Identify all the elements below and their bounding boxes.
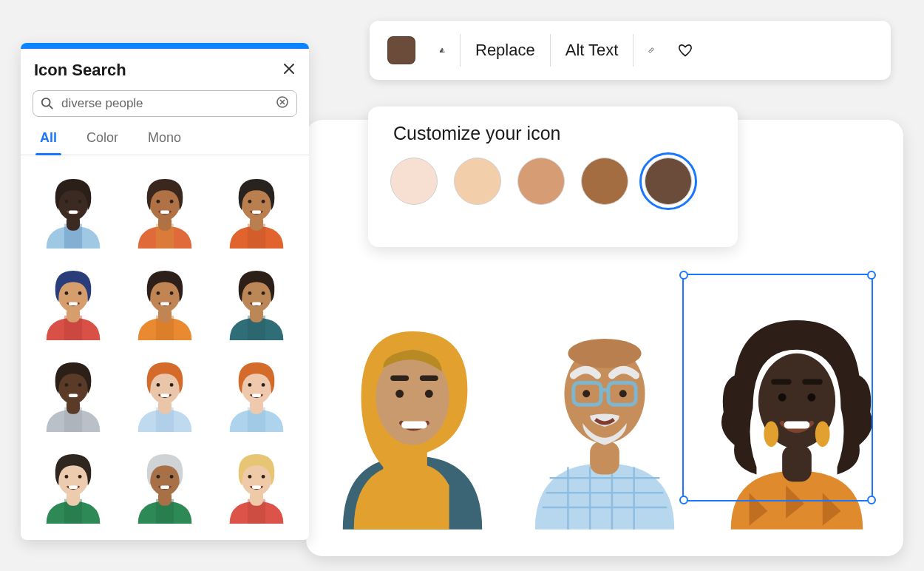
- separator-icon: [633, 34, 633, 67]
- svg-rect-57: [69, 303, 78, 306]
- svg-rect-97: [252, 486, 261, 490]
- tab-color[interactable]: Color: [84, 124, 121, 155]
- selection-handle-br[interactable]: [867, 496, 876, 504]
- svg-point-70: [64, 383, 68, 387]
- close-button[interactable]: [282, 62, 296, 78]
- woman-with-hijab-blue-icon: [34, 170, 112, 249]
- panel-accent-bar: [21, 43, 309, 49]
- svg-rect-42: [69, 211, 78, 214]
- popover-title: Customize your icon: [393, 123, 716, 144]
- svg-point-41: [78, 200, 82, 203]
- man-green-jacket-tie-icon: [34, 445, 112, 524]
- girl-redhead-overalls-icon: [217, 354, 296, 432]
- skin-tone-swatch-1[interactable]: [390, 158, 438, 205]
- selection-box[interactable]: [682, 274, 873, 501]
- svg-point-75: [156, 383, 160, 387]
- svg-point-56: [78, 291, 82, 295]
- svg-point-45: [156, 200, 160, 203]
- man-bald-bearded-orange-icon: [217, 170, 296, 249]
- search-box[interactable]: [33, 90, 297, 117]
- woman-long-hair-orange-icon: [126, 262, 204, 340]
- svg-point-66: [262, 291, 265, 295]
- selection-handle-tr[interactable]: [867, 271, 876, 280]
- tab-all[interactable]: All: [37, 124, 60, 155]
- svg-point-15: [568, 339, 641, 368]
- svg-point-20: [619, 390, 627, 397]
- svg-point-4: [425, 390, 433, 398]
- svg-rect-67: [252, 303, 261, 306]
- search-icon: [41, 97, 54, 110]
- clear-search-button[interactable]: [276, 95, 289, 112]
- svg-point-3: [395, 390, 404, 398]
- svg-point-81: [262, 383, 265, 387]
- svg-point-80: [248, 383, 251, 387]
- svg-rect-62: [160, 303, 169, 306]
- boy-curly-hair-grey-icon: [34, 354, 112, 432]
- svg-rect-87: [69, 486, 78, 490]
- color-swatch-icon: [387, 36, 415, 64]
- canvas-avatar-1[interactable]: [321, 305, 504, 534]
- woman-braided-orange-icon: [126, 170, 204, 249]
- result-elder-grey-beard-green[interactable]: [126, 445, 204, 524]
- result-man-bald-bearded-orange[interactable]: [217, 170, 296, 249]
- separator-icon: [550, 34, 551, 67]
- svg-rect-2: [420, 375, 438, 380]
- svg-point-71: [78, 383, 82, 387]
- svg-point-95: [248, 475, 251, 479]
- icon-search-panel: Icon Search AllColorMono: [21, 43, 309, 540]
- svg-point-55: [64, 291, 68, 295]
- svg-point-60: [156, 291, 160, 295]
- skin-tone-swatch-5[interactable]: [645, 158, 692, 205]
- result-girl-redhead-overalls[interactable]: [217, 354, 296, 432]
- svg-point-19: [582, 390, 590, 397]
- svg-rect-82: [252, 394, 261, 398]
- link-button[interactable]: [636, 21, 666, 80]
- svg-rect-5: [401, 421, 427, 428]
- results-grid: [21, 155, 309, 540]
- result-woman-blonde-red-hoodie[interactable]: [217, 445, 296, 524]
- result-man-redhead-blue-shirt[interactable]: [126, 354, 204, 432]
- svg-point-90: [156, 475, 160, 479]
- selection-handle-bl[interactable]: [679, 496, 688, 504]
- svg-rect-52: [252, 211, 261, 214]
- avatar-elderly-man-icon: [513, 305, 696, 534]
- svg-point-51: [262, 200, 265, 203]
- favorite-button[interactable]: [666, 21, 696, 80]
- selection-handle-tl[interactable]: [679, 271, 688, 280]
- context-toolbar: Replace Alt Text: [370, 21, 891, 80]
- skin-tone-swatch-3[interactable]: [517, 158, 565, 205]
- result-man-blue-hair-red-hoodie[interactable]: [34, 262, 112, 340]
- panel-title: Icon Search: [34, 61, 126, 80]
- svg-point-65: [248, 291, 251, 295]
- svg-rect-13: [590, 442, 619, 475]
- svg-point-33: [42, 98, 50, 107]
- man-curly-hair-teal-icon: [217, 262, 296, 340]
- result-woman-long-hair-orange[interactable]: [126, 262, 204, 340]
- svg-rect-1: [390, 375, 409, 380]
- result-man-curly-hair-teal[interactable]: [217, 262, 296, 340]
- replace-button[interactable]: Replace: [463, 21, 547, 80]
- svg-rect-77: [160, 394, 169, 398]
- svg-point-50: [248, 200, 251, 203]
- close-icon: [282, 62, 296, 75]
- color-swatch-button[interactable]: [384, 21, 427, 80]
- svg-point-46: [170, 200, 174, 203]
- canvas-avatar-2[interactable]: [513, 305, 696, 534]
- heart-icon: [678, 39, 693, 61]
- svg-point-61: [170, 291, 174, 295]
- tab-mono[interactable]: Mono: [145, 124, 184, 155]
- alt-text-button[interactable]: Alt Text: [554, 21, 631, 80]
- flip-button[interactable]: [427, 21, 457, 80]
- result-boy-curly-hair-grey[interactable]: [34, 354, 112, 432]
- skin-tone-swatches: [390, 158, 716, 205]
- avatar-hijab-woman-icon: [321, 305, 504, 534]
- woman-blonde-red-hoodie-icon: [217, 445, 296, 524]
- skin-tone-swatch-4[interactable]: [581, 158, 628, 205]
- result-woman-braided-orange[interactable]: [126, 170, 204, 249]
- search-input[interactable]: [60, 95, 270, 112]
- result-man-green-jacket-tie[interactable]: [34, 445, 112, 524]
- man-blue-hair-red-hoodie-icon: [34, 262, 112, 340]
- skin-tone-swatch-2[interactable]: [454, 158, 501, 205]
- man-redhead-blue-shirt-icon: [126, 354, 204, 432]
- result-woman-with-hijab-blue[interactable]: [34, 170, 112, 249]
